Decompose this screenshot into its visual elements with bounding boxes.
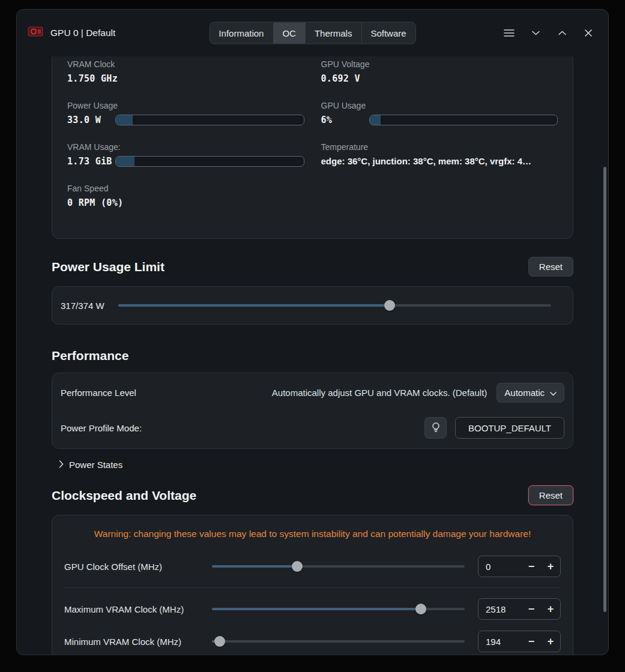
power-limit-value: 317/374 W <box>61 301 118 311</box>
max-vram-clock-slider[interactable] <box>212 604 465 614</box>
stat-value: 0.692 V <box>321 73 558 84</box>
clocks-card: Warning: changing these values may lead … <box>52 515 573 655</box>
stat-label: VRAM Usage: <box>67 142 304 152</box>
instability-warning-text: Warning: changing these values may lead … <box>64 529 561 539</box>
stat-value: 1.750 GHz <box>67 73 304 84</box>
power-limit-slider-thumb[interactable] <box>384 300 395 311</box>
tab-information[interactable]: Information <box>210 23 273 44</box>
stat-value: edge: 36°C, junction: 38°C, mem: 38°C, v… <box>321 156 558 166</box>
window-title: GPU 0 | Default <box>50 28 115 38</box>
stat-value: 6% <box>321 115 369 125</box>
increment-button[interactable]: + <box>541 556 560 577</box>
stat-value: 0 RPM (0%) <box>67 197 304 208</box>
close-button[interactable] <box>579 24 597 42</box>
max-vram-clock-spinbox: 2518 − + <box>478 598 561 620</box>
increment-button[interactable]: + <box>541 599 560 619</box>
gpu-usage-bar <box>369 115 558 125</box>
maximize-button[interactable] <box>553 24 571 42</box>
stat-value: 1.73 GiB <box>67 156 115 167</box>
performance-card: Performance Level Automatically adjust G… <box>52 373 573 449</box>
spinbox-value[interactable]: 0 <box>479 562 522 572</box>
slider-thumb[interactable] <box>292 561 303 572</box>
stat-fan-speed: Fan Speed 0 RPM (0%) <box>67 184 304 208</box>
divider <box>64 587 561 588</box>
decrement-button[interactable]: − <box>522 631 541 652</box>
vertical-scrollbar[interactable] <box>603 167 606 612</box>
hamburger-menu-icon <box>504 29 515 37</box>
power-limit-slider[interactable] <box>118 300 551 311</box>
power-profile-mode-select[interactable]: BOOTUP_DEFAULT <box>455 417 564 439</box>
header-tab-group: Information OC Thermals Software <box>209 22 415 44</box>
power-states-expander[interactable]: Power States <box>59 460 122 470</box>
performance-level-dropdown[interactable]: Automatic <box>497 383 564 403</box>
performance-level-label: Performance Level <box>61 388 136 398</box>
headerbar: GPU 0 | Default Information OC Thermals … <box>17 10 608 56</box>
stat-gpu-usage: GPU Usage 6% <box>321 101 558 125</box>
gpu-clock-offset-slider[interactable] <box>212 561 465 572</box>
app-icon <box>28 26 43 40</box>
spinbox-value[interactable]: 194 <box>479 637 522 647</box>
power-profile-hint-button[interactable] <box>424 417 447 439</box>
clock-row-label: GPU Clock Offset (MHz) <box>64 562 212 572</box>
power-profile-row: Power Profile Mode: BOOTUP_DEFAULT <box>52 410 573 446</box>
min-vram-clock-row: Minimum VRAM Clock (MHz) 194 − + <box>64 625 561 655</box>
performance-level-row: Performance Level Automatically adjust G… <box>52 376 573 410</box>
clocks-section-header: Clockspeed and Voltage Reset <box>52 485 573 505</box>
stat-power-usage: Power Usage 33.0 W <box>67 101 304 125</box>
slider-thumb[interactable] <box>415 604 426 614</box>
chevron-down-icon <box>532 31 540 35</box>
stat-label: Temperature <box>321 142 558 152</box>
power-limit-heading: Power Usage Limit <box>52 260 165 274</box>
menu-button[interactable] <box>500 24 518 42</box>
power-limit-section-header: Power Usage Limit Reset <box>52 257 573 277</box>
tab-software[interactable]: Software <box>361 23 415 44</box>
stat-label: VRAM Clock <box>67 59 304 69</box>
stat-label: GPU Usage <box>321 101 558 110</box>
chevron-down-icon <box>550 388 557 398</box>
stat-label: GPU Voltage <box>321 59 558 69</box>
power-states-label: Power States <box>69 460 122 470</box>
performance-section-header: Performance <box>52 349 573 363</box>
min-vram-clock-spinbox: 194 − + <box>478 631 561 652</box>
chevron-up-icon <box>558 31 566 35</box>
gpu-clock-offset-spinbox: 0 − + <box>478 556 561 577</box>
tab-oc[interactable]: OC <box>273 23 306 44</box>
performance-level-description: Automatically adjust GPU and VRAM clocks… <box>272 388 487 398</box>
lightbulb-icon <box>431 422 441 434</box>
chevron-right-icon <box>59 460 64 470</box>
slider-thumb[interactable] <box>214 636 225 647</box>
min-vram-clock-slider[interactable] <box>212 636 465 647</box>
stat-label: Power Usage <box>67 101 304 110</box>
clocks-heading: Clockspeed and Voltage <box>52 488 196 503</box>
spinbox-value[interactable]: 2518 <box>479 604 522 614</box>
power-profile-label: Power Profile Mode: <box>61 423 142 433</box>
decrement-button[interactable]: − <box>522 599 541 619</box>
minimize-button[interactable] <box>527 24 545 42</box>
gpu-clock-offset-row: GPU Clock Offset (MHz) 0 − + <box>64 550 561 583</box>
tab-thermals[interactable]: Thermals <box>306 23 362 44</box>
gpu-stats-card: VRAM Clock 1.750 GHz GPU Voltage 0.692 V… <box>52 56 573 239</box>
decrement-button[interactable]: − <box>522 556 541 577</box>
stat-temperature: Temperature edge: 36°C, junction: 38°C, … <box>321 142 558 167</box>
power-limit-card: 317/374 W <box>52 286 573 325</box>
oc-page-content: VRAM Clock 1.750 GHz GPU Voltage 0.692 V… <box>17 56 608 655</box>
vram-usage-bar <box>115 156 304 167</box>
power-usage-bar <box>115 115 304 125</box>
performance-heading: Performance <box>52 349 128 363</box>
stat-label: Fan Speed <box>67 184 304 193</box>
stat-vram-usage: VRAM Usage: 1.73 GiB <box>67 142 304 167</box>
app-window: GPU 0 | Default Information OC Thermals … <box>16 9 609 655</box>
max-vram-clock-row: Maximum VRAM Clock (MHz) 2518 − + <box>64 593 561 625</box>
clock-row-label: Minimum VRAM Clock (MHz) <box>64 637 212 647</box>
close-icon <box>585 29 592 37</box>
stat-gpu-voltage: GPU Voltage 0.692 V <box>321 59 558 84</box>
power-limit-reset-button[interactable]: Reset <box>528 257 573 277</box>
clocks-reset-button[interactable]: Reset <box>528 485 573 505</box>
increment-button[interactable]: + <box>541 631 560 652</box>
stat-vram-clock: VRAM Clock 1.750 GHz <box>67 59 304 84</box>
clock-row-label: Maximum VRAM Clock (MHz) <box>64 604 212 614</box>
dropdown-selected-value: Automatic <box>504 388 545 398</box>
stat-value: 33.0 W <box>67 115 115 125</box>
